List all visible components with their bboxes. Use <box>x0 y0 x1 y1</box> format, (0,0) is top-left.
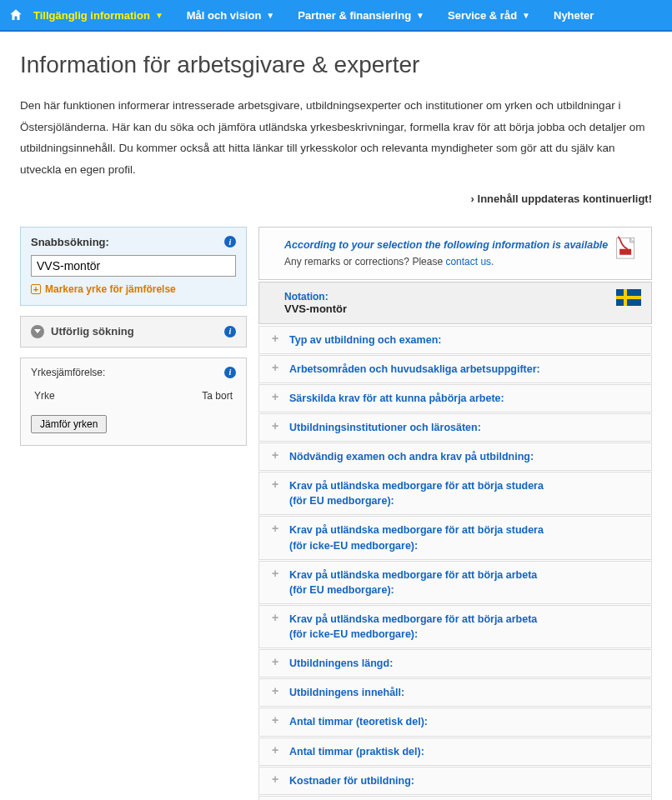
detailed-search-toggle[interactable]: Utförlig sökning i <box>20 316 247 348</box>
accordion-row[interactable]: +Kostnader för utbildning: <box>258 767 652 795</box>
nav-item-0[interactable]: Tillgänglig information▼ <box>33 9 163 22</box>
accordion-label: Krav på utländska medborgare för att bör… <box>289 478 544 508</box>
accordion-label: Nödvändig examen och andra krav på utbil… <box>289 449 534 464</box>
notation-box: Notation: VVS-montör <box>258 282 652 324</box>
plus-icon: + <box>268 420 283 433</box>
accordion-label: Arbetsområden och huvudsakliga arbetsupp… <box>289 362 540 377</box>
accordion-row[interactable]: +Lön för lärlingstjänst och stipendier/b… <box>258 796 652 800</box>
accordion-row[interactable]: +Nödvändig examen och andra krav på utbi… <box>258 442 652 471</box>
page-content: Information för arbetsgivare & experter … <box>0 32 672 800</box>
plus-icon: + <box>268 478 283 492</box>
plus-icon: + <box>268 391 283 404</box>
accordion-row[interactable]: +Antal timmar (praktisk del): <box>258 738 652 766</box>
nav-item-label: Nyheter <box>554 9 594 22</box>
compare-box: Yrkesjämförelse: i Yrke Ta bort Jämför y… <box>20 358 247 446</box>
nav-item-2[interactable]: Partner & finansiering▼ <box>298 9 424 22</box>
remark-prefix: Any remarks or corrections? Please <box>284 256 445 268</box>
plus-icon: + <box>268 714 283 728</box>
info-icon[interactable]: i <box>224 326 236 338</box>
accordion-label: Typ av utbildning och examen: <box>289 332 441 348</box>
quick-search-title: Snabbsökning: <box>31 236 109 248</box>
nav-item-label: Tillgänglig information <box>33 9 150 22</box>
compare-col-yrke: Yrke <box>34 390 55 402</box>
chevron-down-icon: ▼ <box>266 11 274 20</box>
accordion-row[interactable]: +Utbildningsinstitutioner och lärosäten: <box>258 413 652 442</box>
accordion-row[interactable]: +Krav på utländska medborgare för att bö… <box>258 472 652 515</box>
nav-item-4[interactable]: Nyheter <box>554 9 594 22</box>
chevron-down-icon <box>31 325 44 338</box>
home-icon[interactable] <box>8 8 23 22</box>
accordion-label: Kostnader för utbildning: <box>289 773 414 788</box>
selection-info-box: According to your selection the followin… <box>258 227 652 280</box>
accordion-label: Särskilda krav för att kunna påbörja arb… <box>289 391 504 406</box>
accordion-row[interactable]: +Utbildningens innehåll: <box>258 678 652 707</box>
notation-value: VVS-montör <box>284 302 636 315</box>
quick-search-input[interactable] <box>31 255 236 277</box>
chevron-down-icon: ▼ <box>522 11 530 20</box>
accordion-row[interactable]: +Utbildningens längd: <box>258 649 652 678</box>
plus-icon: + <box>268 522 283 536</box>
plus-icon: + <box>268 332 283 346</box>
plus-icon: + <box>268 744 283 758</box>
info-icon[interactable]: i <box>224 236 236 248</box>
nav-item-label: Mål och vision <box>187 9 262 22</box>
contact-us-link[interactable]: contact us. <box>445 256 494 268</box>
nav-item-1[interactable]: Mål och vision▼ <box>187 9 274 22</box>
page-title: Information för arbetsgivare & experter <box>20 52 652 78</box>
chevron-down-icon: ▼ <box>416 11 424 20</box>
accordion-row[interactable]: +Särskilda krav för att kunna påbörja ar… <box>258 384 652 412</box>
plus-icon: + <box>268 656 283 669</box>
compare-button[interactable]: Jämför yrken <box>31 415 107 433</box>
info-icon[interactable]: i <box>224 367 236 378</box>
accordion-label: Krav på utländska medborgare för att bör… <box>289 522 544 552</box>
plus-icon: + <box>268 362 283 375</box>
accordion-label: Krav på utländska medborgare för att bör… <box>289 568 537 598</box>
accordion-row[interactable]: +Krav på utländska medborgare för att bö… <box>258 516 652 559</box>
accordion-row[interactable]: +Krav på utländska medborgare för att bö… <box>258 561 652 604</box>
accordion-label: Krav på utländska medborgare för att bör… <box>289 612 537 642</box>
plus-icon: + <box>31 284 41 294</box>
accordion-row[interactable]: +Antal timmar (teoretisk del): <box>258 708 652 736</box>
nav-item-3[interactable]: Service & råd▼ <box>448 9 530 22</box>
accordion-label: Utbildningsinstitutioner och lärosäten: <box>289 420 481 435</box>
plus-icon: + <box>268 568 283 581</box>
accordion-label: Antal timmar (praktisk del): <box>289 744 424 759</box>
accordion-row[interactable]: +Typ av utbildning och examen: <box>258 326 652 354</box>
intro-text: Den här funktionen informerar intressera… <box>20 95 652 181</box>
plus-icon: + <box>268 685 283 698</box>
selection-text: According to your selection the followin… <box>284 239 636 251</box>
accordion-label: Utbildningens längd: <box>289 656 393 671</box>
nav-item-label: Partner & finansiering <box>298 9 411 22</box>
detailed-search-label: Utförlig sökning <box>51 325 134 338</box>
svg-rect-4 <box>616 296 641 299</box>
plus-icon: + <box>268 612 283 625</box>
remark-text: Any remarks or corrections? Please conta… <box>284 256 636 268</box>
accordion-label: Utbildningens innehåll: <box>289 685 404 700</box>
plus-icon: + <box>268 449 283 462</box>
mark-for-compare-link[interactable]: + Markera yrke för jämförelse <box>31 283 236 295</box>
notation-label: Notation: <box>284 291 636 302</box>
nav-item-label: Service & råd <box>448 9 517 22</box>
compare-title: Yrkesjämförelse: <box>31 367 105 378</box>
compare-col-tabort: Ta bort <box>202 390 233 402</box>
chevron-down-icon: ▼ <box>155 11 163 20</box>
svg-rect-1 <box>619 248 631 254</box>
quick-search-box: Snabbsökning: i + Markera yrke för jämfö… <box>20 227 247 306</box>
top-nav: Tillgänglig information▼Mål och vision▼P… <box>0 0 672 32</box>
pdf-icon[interactable] <box>614 236 638 261</box>
accordion-row[interactable]: +Arbetsområden och huvudsakliga arbetsup… <box>258 355 652 383</box>
accordion-row[interactable]: +Krav på utländska medborgare för att bö… <box>258 605 652 648</box>
continuous-update-note: › Innehåll uppdateras kontinuerligt! <box>20 192 652 205</box>
mark-for-compare-label: Markera yrke för jämförelse <box>45 283 176 295</box>
sweden-flag-icon <box>616 289 641 306</box>
plus-icon: + <box>268 773 283 787</box>
accordion-label: Antal timmar (teoretisk del): <box>289 714 428 729</box>
